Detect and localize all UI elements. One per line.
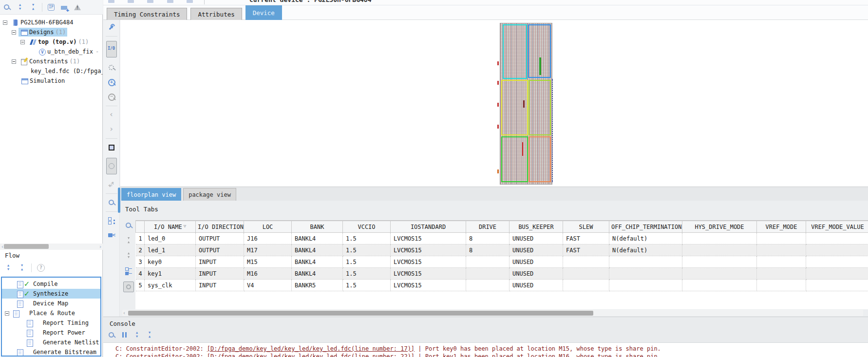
record-button[interactable] (123, 282, 134, 292)
help-icon[interactable] (37, 263, 45, 272)
column-header-iostandard[interactable]: IOSTANDARD (391, 221, 466, 233)
table-cell[interactable] (757, 256, 806, 268)
table-cell[interactable]: 1.5 (343, 256, 391, 268)
console-file-link[interactable]: [D:/fpga_demo/key_led/key_led/key_led.fd… (207, 353, 415, 357)
column-header-slew[interactable]: SLEW (563, 221, 609, 233)
io-button[interactable] (106, 41, 117, 57)
table-cell[interactable] (806, 233, 868, 244)
table-cell[interactable] (563, 280, 609, 291)
layers-icon[interactable] (107, 216, 116, 225)
expander-icon[interactable] (5, 311, 9, 316)
table-cell[interactable] (806, 268, 868, 280)
table-cell[interactable]: LVCMOS15 (391, 280, 466, 291)
collapse-all-icon[interactable] (124, 236, 133, 245)
table-cell[interactable] (609, 268, 682, 280)
pause-icon[interactable] (120, 331, 129, 339)
scroll-right-icon[interactable]: › (99, 244, 102, 250)
table-cell[interactable]: FAST (563, 233, 609, 244)
table-cell[interactable]: led_1 (145, 244, 196, 256)
collapse-all-icon[interactable] (29, 3, 38, 12)
column-header-off-chip-termination[interactable]: OFF_CHIP_TERMINATION (609, 221, 682, 233)
table-cell[interactable]: FAST (563, 244, 609, 256)
table-cell[interactable]: UNUSED (509, 280, 563, 291)
vertical-scrollbar-thumb[interactable] (118, 188, 120, 213)
table-cell[interactable]: M15 (244, 256, 292, 268)
table-cell[interactable]: 8 (466, 244, 509, 256)
circle-button[interactable] (106, 158, 117, 174)
table-cell[interactable]: V4 (244, 280, 292, 291)
tree-item[interactable]: Designs(1) (0, 27, 103, 37)
expander-icon[interactable] (12, 59, 16, 64)
table-cell[interactable] (682, 244, 757, 256)
column-header-vref-mode[interactable]: VREF_MODE (757, 221, 806, 233)
table-cell[interactable]: LVCMOS15 (391, 256, 466, 268)
column-header-vccio[interactable]: VCCIO (343, 221, 391, 233)
column-header-drive[interactable]: DRIVE (466, 221, 509, 233)
np-icon[interactable] (107, 180, 116, 189)
flow-step[interactable]: Device Map (2, 299, 100, 308)
io-icon[interactable] (107, 45, 116, 54)
table-cell[interactable] (757, 268, 806, 280)
table-cell[interactable]: 1.5 (343, 268, 391, 280)
table-cell[interactable]: LVCMOS15 (391, 244, 466, 256)
table-cell[interactable] (466, 268, 509, 280)
ip-icon[interactable] (47, 3, 56, 12)
table-cell[interactable]: 1.5 (343, 233, 391, 244)
search-icon[interactable] (2, 3, 11, 12)
table-cell[interactable]: BANKL4 (292, 244, 343, 256)
row-number-cell[interactable]: 4 (136, 268, 145, 280)
column-header-i-o-direction[interactable]: I/O DIRECTION (196, 221, 244, 233)
flow-step[interactable]: Report Power (2, 328, 100, 338)
table-cell[interactable]: BANKL4 (292, 256, 343, 268)
scroll-left-icon[interactable]: ‹ (123, 310, 126, 316)
tree-item[interactable]: u_btn_deb_fix- (0, 47, 103, 56)
table-cell[interactable] (806, 280, 868, 291)
table-cell[interactable]: led_0 (145, 233, 196, 244)
table-cell[interactable]: N(default) (609, 233, 682, 244)
table-cell[interactable] (806, 244, 868, 256)
table-cell[interactable] (757, 233, 806, 244)
table-cell[interactable] (563, 256, 609, 268)
table-cell[interactable] (806, 256, 868, 268)
expander-icon[interactable] (20, 40, 25, 44)
column-header-i-o-name[interactable]: I/O NAME▽ (145, 221, 196, 233)
column-header-vref-mode-value[interactable]: VREF_MODE_VALUE (806, 221, 868, 233)
scrollbar-thumb[interactable] (4, 244, 49, 249)
table-row[interactable]: 2led_1OUTPUTM17BANKL41.5LVCMOS158UNUSEDF… (136, 244, 868, 256)
table-cell[interactable] (682, 268, 757, 280)
column-header-row-number[interactable] (136, 221, 145, 233)
table-cell[interactable] (609, 256, 682, 268)
fpga-die-floorplan[interactable] (500, 23, 552, 185)
expand-all-icon[interactable] (16, 3, 24, 12)
table-cell[interactable] (682, 233, 757, 244)
tab-device[interactable]: Device (245, 5, 282, 20)
table-cell[interactable]: INPUT (196, 280, 244, 291)
flow-step[interactable]: Place & Route (2, 308, 100, 318)
expand-all-icon[interactable] (132, 331, 141, 339)
row-number-cell[interactable]: 1 (136, 233, 145, 244)
zoom-in-icon[interactable] (107, 78, 116, 87)
circle-icon[interactable] (107, 162, 116, 170)
row-number-cell[interactable]: 5 (136, 280, 145, 291)
column-header-hys-drive-mode[interactable]: HYS_DRIVE_MODE (682, 221, 757, 233)
tree-item[interactable]: Constraints(1) (0, 56, 103, 66)
table-cell[interactable]: 1.5 (343, 280, 391, 291)
io-table-hscrollbar[interactable]: ‹ (122, 310, 863, 316)
project-tree-hscrollbar[interactable]: ‹ › (0, 244, 103, 250)
tree-item[interactable]: key_led.fdc (D:/fpga_ (0, 66, 103, 76)
row-number-cell[interactable]: 3 (136, 256, 145, 268)
table-cell[interactable]: M16 (244, 268, 292, 280)
expand-all-icon[interactable] (4, 263, 13, 272)
table-cell[interactable]: N(default) (609, 244, 682, 256)
table-cell[interactable] (757, 280, 806, 291)
warning-icon[interactable] (73, 3, 82, 12)
table-cell[interactable]: UNUSED (509, 256, 563, 268)
table-cell[interactable]: BANKL4 (292, 268, 343, 280)
tab-attributes[interactable]: Attributes (190, 8, 242, 20)
table-cell[interactable] (609, 280, 682, 291)
table-cell[interactable] (757, 244, 806, 256)
next-icon[interactable] (107, 125, 116, 134)
rect-icon[interactable] (107, 143, 116, 152)
flow-step[interactable]: Synthesize (2, 289, 100, 299)
inspect-icon[interactable] (107, 63, 116, 72)
